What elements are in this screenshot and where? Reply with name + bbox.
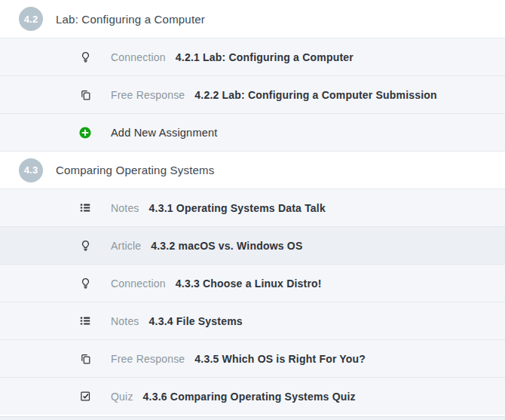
- assignment-row[interactable]: Article 4.3.2 macOS vs. Windows OS: [0, 226, 505, 264]
- add-new-assignment-button[interactable]: Add New Assignment: [0, 113, 505, 151]
- section-header[interactable]: 4.3 Comparing Operating Systems: [0, 151, 505, 189]
- assignment-title-link[interactable]: 4.2.2 Lab: Configuring a Computer Submis…: [194, 89, 437, 101]
- assignment-type-label: Free Response: [111, 89, 185, 101]
- assignment-type-label: Notes: [111, 315, 139, 327]
- assignment-title-link[interactable]: 4.2.1 Lab: Configuring a Computer: [176, 51, 354, 63]
- assignment-title-link[interactable]: 4.3.1 Operating Systems Data Talk: [149, 202, 326, 214]
- lightbulb-icon: [78, 276, 93, 291]
- assignment-row[interactable]: Connection 4.3.3 Choose a Linux Distro!: [0, 264, 505, 302]
- assignment-type-label: Connection: [111, 277, 166, 290]
- assignment-type-label: Notes: [111, 202, 139, 214]
- list-icon: [78, 314, 93, 329]
- plus-circle-icon: [78, 125, 93, 140]
- assignment-type-label: Article: [111, 240, 141, 252]
- assignment-row[interactable]: Notes 4.3.1 Operating Systems Data Talk: [0, 189, 505, 226]
- copy-icon: [78, 87, 93, 103]
- list-icon: [78, 201, 93, 216]
- assignment-title-link[interactable]: 4.3.3 Choose a Linux Distro!: [176, 277, 322, 290]
- lightbulb-icon: [78, 50, 93, 65]
- lightbulb-icon: [78, 238, 93, 253]
- next-section-peek: [0, 416, 505, 420]
- assignment-title-link[interactable]: 4.3.4 File Systems: [149, 315, 243, 327]
- section-header[interactable]: 4.2 Lab: Configuring a Computer: [0, 0, 505, 38]
- checkbox-icon: [78, 389, 93, 404]
- add-new-assignment-label: Add New Assignment: [111, 127, 217, 139]
- syllabus-assignment-list: 4.2 Lab: Configuring a Computer Connecti…: [0, 0, 505, 420]
- assignment-row[interactable]: Free Response 4.2.2 Lab: Configuring a C…: [0, 75, 505, 113]
- copy-icon: [78, 351, 93, 366]
- section-badge: 4.2: [19, 7, 43, 31]
- assignment-title-link[interactable]: 4.3.6 Comparing Operating Systems Quiz: [143, 391, 356, 403]
- assignment-title-link[interactable]: 4.3.2 macOS vs. Windows OS: [151, 240, 302, 252]
- assignment-type-label: Free Response: [111, 353, 185, 365]
- section-badge: 4.3: [19, 158, 43, 182]
- assignment-row[interactable]: Connection 4.2.1 Lab: Configuring a Comp…: [0, 38, 505, 75]
- assignment-row[interactable]: Quiz 4.3.6 Comparing Operating Systems Q…: [0, 377, 505, 415]
- assignment-type-label: Connection: [111, 51, 166, 63]
- assignment-row[interactable]: Notes 4.3.4 File Systems: [0, 302, 505, 339]
- section-title: Lab: Configuring a Computer: [56, 13, 205, 26]
- assignment-row[interactable]: Free Response 4.3.5 Which OS is Right Fo…: [0, 339, 505, 377]
- assignment-title-link[interactable]: 4.3.5 Which OS is Right For You?: [194, 353, 366, 365]
- section-title: Comparing Operating Systems: [56, 164, 215, 176]
- assignment-type-label: Quiz: [111, 391, 133, 403]
